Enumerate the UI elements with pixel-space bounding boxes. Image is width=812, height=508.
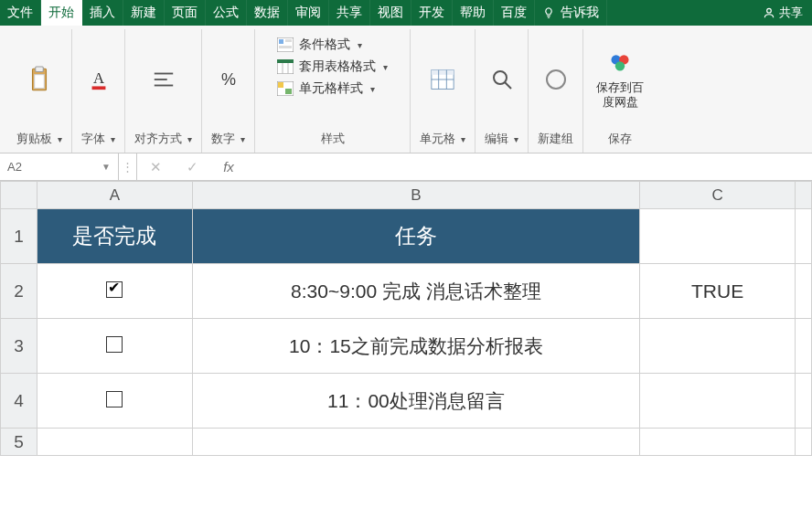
cell-c5[interactable] [640, 429, 796, 456]
chevron-down-icon[interactable]: ▾ [187, 134, 192, 144]
menu-share-label: 共享 [779, 5, 803, 21]
table-format-icon [277, 59, 294, 74]
menu-tab-baidu[interactable]: 百度 [494, 0, 535, 26]
checkbox-icon[interactable] [106, 336, 123, 353]
ribbon-group-editing-label: 编辑▾ [485, 125, 518, 153]
svg-point-28 [547, 70, 565, 89]
cancel-button[interactable]: ✕ [137, 153, 174, 180]
menu-tab-help[interactable]: 帮助 [453, 0, 494, 26]
grid[interactable]: A B C 1 是否完成 任务 2 8:30~9:00 完成 消息话术整理 TR… [0, 181, 812, 456]
col-header-b[interactable]: B [192, 182, 639, 209]
cell-style-button[interactable]: 单元格样式 ▾ [277, 80, 388, 97]
ribbon-group-align-label: 对齐方式▾ [134, 125, 192, 153]
select-all-corner[interactable] [1, 182, 37, 209]
chevron-down-icon: ▾ [358, 40, 362, 50]
cell-b4[interactable]: 11：00处理消息留言 [192, 374, 639, 429]
cells-icon [431, 67, 454, 92]
menu-tab-review[interactable]: 审阅 [288, 0, 329, 26]
align-button[interactable] [150, 65, 177, 94]
cell-edge [795, 429, 811, 456]
table-row: 4 11：00处理消息留言 [1, 374, 812, 429]
ribbon-group-cells: 单元格▾ [411, 29, 475, 153]
chevron-down-icon[interactable]: ▾ [461, 134, 465, 144]
menu-tab-view[interactable]: 视图 [370, 0, 411, 26]
chevron-down-icon: ▾ [370, 84, 375, 94]
table-row: 2 8:30~9:00 完成 消息话术整理 TRUE [1, 264, 812, 319]
x-icon: ✕ [150, 159, 162, 175]
col-header-c[interactable]: C [640, 182, 796, 209]
chevron-down-icon: ▼ [102, 162, 111, 172]
svg-rect-13 [279, 46, 292, 48]
cell-c2[interactable]: TRUE [640, 264, 796, 319]
cell-a2[interactable] [37, 264, 192, 319]
checkbox-icon[interactable] [106, 391, 123, 407]
chevron-down-icon: ▾ [383, 62, 388, 72]
menu-tab-file[interactable]: 文件 [0, 0, 41, 26]
conditional-format-icon [277, 37, 294, 52]
fx-button[interactable]: fx [210, 153, 247, 180]
ribbon-group-editing: 编辑▾ [475, 29, 529, 153]
cell-c1[interactable] [640, 209, 796, 264]
row-header-2[interactable]: 2 [1, 264, 37, 319]
menu-tab-home[interactable]: 开始 [41, 0, 82, 26]
enter-button[interactable]: ✓ [174, 153, 210, 180]
menu-tab-dev[interactable]: 开发 [411, 0, 453, 26]
baidu-save-label: 保存到百度网盘 [594, 80, 646, 109]
svg-rect-3 [35, 74, 45, 88]
clipboard-icon [27, 67, 51, 92]
menu-tab-data[interactable]: 数据 [247, 0, 288, 26]
menu-tab-formula[interactable]: 公式 [206, 0, 247, 26]
svg-point-26 [494, 71, 507, 84]
cell-b3[interactable]: 10：15之前完成数据分析报表 [192, 319, 639, 374]
cell-c4[interactable] [640, 374, 796, 429]
newgroup-button[interactable] [542, 65, 570, 94]
ribbon-group-cells-label: 单元格▾ [420, 125, 465, 153]
align-icon [152, 67, 176, 92]
cell-a3[interactable] [37, 319, 192, 374]
svg-rect-2 [36, 67, 44, 71]
formula-input[interactable] [247, 153, 812, 180]
paste-button[interactable] [26, 65, 53, 94]
name-box[interactable]: A2 ▼ [0, 153, 119, 180]
ribbon-group-align: 对齐方式▾ [125, 29, 202, 153]
menu-tab-share[interactable]: 共享 [329, 0, 370, 26]
chevron-down-icon[interactable]: ▾ [58, 134, 62, 144]
row-header-1[interactable]: 1 [1, 209, 37, 264]
row-header-3[interactable]: 3 [1, 319, 37, 374]
header-cell-task[interactable]: 任务 [192, 209, 639, 264]
table-row: 5 [1, 429, 812, 456]
row-header-4[interactable]: 4 [1, 374, 37, 429]
header-cell-done[interactable]: 是否完成 [37, 209, 192, 264]
chevron-down-icon[interactable]: ▾ [514, 134, 518, 144]
checkbox-icon[interactable] [106, 281, 123, 298]
menu-tab-insert[interactable]: 插入 [82, 0, 123, 26]
chevron-down-icon[interactable]: ▾ [111, 134, 115, 144]
font-color-button[interactable]: A [85, 65, 112, 94]
ribbon-group-number: % 数字▾ [202, 29, 255, 153]
svg-rect-12 [285, 39, 292, 42]
menu-tab-page[interactable]: 页面 [165, 0, 206, 26]
menu-share-button[interactable]: 共享 [763, 5, 803, 21]
menu-tellme[interactable]: 告诉我 [535, 0, 607, 26]
find-button[interactable] [488, 65, 516, 94]
baidu-save-button[interactable]: 保存到百度网盘 [593, 48, 647, 111]
row-header-5[interactable]: 5 [1, 429, 37, 456]
cells-button[interactable] [429, 65, 456, 94]
cell-b2[interactable]: 8:30~9:00 完成 消息话术整理 [192, 264, 639, 319]
menu-tab-new[interactable]: 新建 [123, 0, 165, 26]
circle-icon [544, 67, 568, 92]
cell-edge [795, 209, 811, 264]
col-header-a[interactable]: A [37, 182, 192, 209]
cell-c3[interactable] [640, 319, 796, 374]
chevron-down-icon[interactable]: ▾ [240, 134, 245, 144]
cell-a4[interactable] [37, 374, 192, 429]
cell-b5[interactable] [192, 429, 639, 456]
svg-rect-15 [277, 59, 294, 63]
table-row: 3 10：15之前完成数据分析报表 [1, 319, 812, 374]
namebox-resize-handle[interactable]: ⋮ [119, 153, 137, 180]
conditional-format-button[interactable]: 条件格式 ▾ [277, 37, 388, 53]
ribbon-group-font: A 字体▾ [72, 29, 125, 153]
table-format-button[interactable]: 套用表格格式 ▾ [277, 58, 388, 75]
number-format-button[interactable]: % [215, 65, 242, 94]
cell-a5[interactable] [37, 429, 192, 456]
